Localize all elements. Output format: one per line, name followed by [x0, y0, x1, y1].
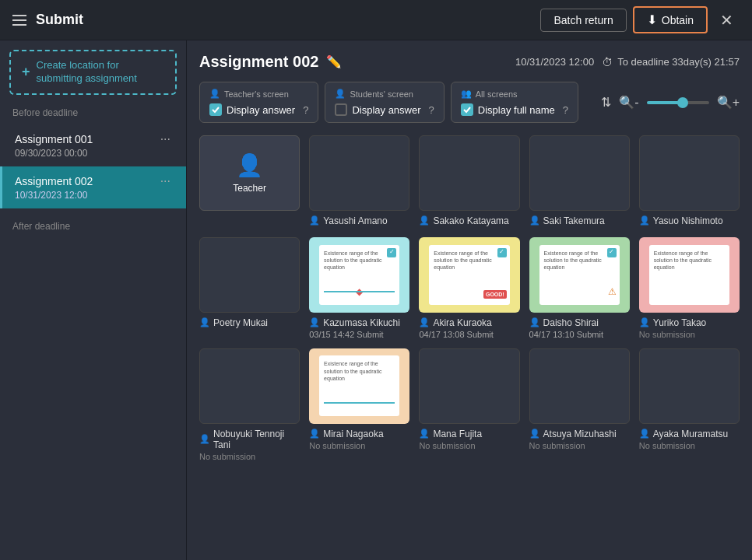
teacher-screen-icon: 👤	[209, 89, 220, 99]
card-student-name: 👤 Yasuo Nishimoto	[639, 215, 740, 226]
card-thumbnail	[419, 348, 519, 424]
submission-card[interactable]: Existence range of the solution to the q…	[529, 237, 630, 339]
person-icon: 👤	[529, 215, 540, 226]
person-icon: 👤	[199, 434, 210, 444]
clock-icon: ⏱	[602, 56, 613, 68]
card-thumbnail: Existence range of the solution to the q…	[309, 348, 409, 424]
submission-card[interactable]: 👤 Yasuo Nishimoto	[639, 135, 740, 228]
card-student-name: 👤 Saki Takemura	[529, 215, 630, 226]
assignment-name: Assignment 001	[15, 133, 93, 145]
menu-button[interactable]	[12, 15, 26, 26]
card-thumbnail	[199, 237, 300, 313]
sidebar: + Create location for submitting assignm…	[0, 40, 187, 560]
card-student-name: 👤 Ayaka Muramatsu	[639, 429, 740, 439]
download-icon: ⬇	[647, 12, 657, 27]
before-deadline-label: Before deadline	[0, 107, 186, 124]
all-display-fullname-checkbox[interactable]	[461, 103, 473, 116]
submission-card[interactable]: Existence range of the solution to the q…	[309, 348, 409, 461]
person-icon: 👤	[309, 317, 320, 327]
card-thumbnail	[529, 135, 630, 211]
zoom-slider[interactable]	[647, 101, 709, 104]
card-student-name: 👤 Atsuya Mizuhashi	[529, 429, 630, 439]
content-header-left: Assignment 002 ✏️	[199, 53, 342, 71]
student-display-answer-label: Display answer	[352, 104, 420, 116]
person-icon: 👤	[639, 317, 650, 327]
submission-card[interactable]: 👤 Saki Takemura	[529, 135, 630, 228]
card-meta: 04/17 13:08 Submit	[419, 330, 519, 339]
assignment-title: Assignment 002	[199, 53, 318, 71]
batch-return-button[interactable]: Batch return	[540, 9, 626, 32]
card-meta: No submission	[309, 441, 409, 450]
submission-card[interactable]: Existence range of the solution to the q…	[419, 237, 519, 339]
person-icon: 👤	[199, 317, 210, 327]
card-student-name: 👤 Sakako Katayama	[419, 215, 519, 226]
submission-doc: Existence range of the solution to the q…	[319, 245, 399, 306]
card-meta: No submission	[419, 441, 519, 450]
submission-card[interactable]: Existence range of the solution to the q…	[639, 237, 740, 339]
student-screen-icon: 👤	[335, 89, 346, 99]
card-student-name: 👤 Kazumasa Kikuchi	[309, 317, 409, 328]
all-screens-title: All screens	[476, 89, 518, 99]
top-bar-right: Batch return ⬇ Obtain ✕	[540, 6, 740, 33]
obtain-label: Obtain	[662, 14, 694, 26]
card-thumbnail: Existence range of the solution to the q…	[639, 237, 740, 313]
submission-card[interactable]: Existence range of the solution to the q…	[309, 237, 409, 339]
student-help-icon[interactable]: ?	[429, 104, 434, 116]
card-student-name: 👤 Poetry Mukai	[199, 317, 300, 328]
assignment-menu-button[interactable]: ···	[157, 132, 174, 146]
teacher-help-icon[interactable]: ?	[303, 104, 308, 116]
card-student-name: 👤 Nobuyuki Tennoji Tani	[199, 429, 300, 450]
zoom-in-button[interactable]: 🔍+	[717, 95, 740, 110]
teacher-card-label: Teacher	[233, 183, 266, 194]
assignment-date-active: 10/31/2023 12:00	[15, 190, 174, 201]
assignment-menu-button-active[interactable]: ···	[157, 174, 174, 188]
person-icon: 👤	[639, 429, 650, 439]
create-location-button[interactable]: + Create location for submitting assignm…	[9, 50, 177, 95]
submission-card[interactable]: 👤 Sakako Katayama	[419, 135, 519, 228]
content-area: Assignment 002 ✏️ 10/31/2023 12:00 ⏱ To …	[187, 40, 752, 560]
edit-icon[interactable]: ✏️	[326, 54, 342, 69]
create-location-label: Create location for submitting assignmen…	[37, 59, 164, 86]
card-meta: 03/15 14:42 Submit	[309, 330, 409, 339]
zoom-out-button[interactable]: 🔍-	[619, 95, 638, 110]
assignment-item-active[interactable]: Assignment 002 ··· 10/31/2023 12:00	[0, 166, 186, 208]
top-bar: Submit Batch return ⬇ Obtain ✕	[0, 0, 752, 40]
card-thumbnail	[419, 135, 519, 211]
student-display-answer-checkbox[interactable]	[335, 103, 347, 116]
card-student-name: 👤 Daisho Shirai	[529, 317, 630, 328]
main-layout: + Create location for submitting assignm…	[0, 40, 752, 560]
submission-card[interactable]: 👤 Nobuyuki Tennoji Tani No submission	[199, 348, 300, 461]
teacher-screen-title: Teacher's screen	[224, 89, 289, 99]
all-screens-help-icon[interactable]: ?	[563, 104, 568, 116]
submission-doc: Existence range of the solution to the q…	[429, 245, 509, 306]
card-student-name: 👤 Yuriko Takao	[639, 317, 740, 328]
card-thumbnail	[639, 348, 740, 424]
controls-row: 👤 Teacher's screen Display answer ? 👤 St…	[199, 82, 740, 123]
submission-card[interactable]: 👤 Mana Fujita No submission	[419, 348, 519, 461]
student-screen-title: Students' screen	[350, 89, 413, 99]
submission-card[interactable]: 👤 Poetry Mukai	[199, 237, 300, 339]
teacher-display-answer-label: Display answer	[227, 104, 295, 116]
teacher-thumb: 👤 Teacher	[199, 135, 300, 211]
submission-card[interactable]: 👤 Atsuya Mizuhashi No submission	[529, 348, 630, 461]
card-student-name: 👤 Akira Kuraoka	[419, 317, 519, 328]
submission-card[interactable]: 👤 Yasushi Amano	[309, 135, 409, 228]
close-button[interactable]: ✕	[714, 8, 740, 33]
card-thumbnail: Existence range of the solution to the q…	[529, 237, 630, 313]
submission-doc: Existence range of the solution to the q…	[319, 355, 399, 416]
card-student-name: 👤 Mana Fujita	[419, 429, 519, 439]
assignment-name-active: Assignment 002	[15, 175, 93, 187]
assignment-date: 09/30/2023 00:00	[15, 148, 174, 159]
deadline-badge: ⏱ To deadline 33day(s) 21:57	[602, 56, 740, 68]
person-icon: 👤	[529, 317, 540, 327]
top-bar-left: Submit	[12, 12, 83, 28]
teacher-display-answer-checkbox[interactable]	[209, 103, 222, 116]
submission-card[interactable]: 👤 Ayaka Muramatsu No submission	[639, 348, 740, 461]
obtain-button[interactable]: ⬇ Obtain	[633, 6, 708, 33]
person-icon: 👤	[309, 215, 320, 226]
sort-button[interactable]: ⇅	[601, 95, 611, 110]
teacher-card[interactable]: 👤 Teacher	[199, 135, 300, 228]
card-student-name: 👤 Mirai Nagaoka	[309, 429, 409, 439]
content-header-right: 10/31/2023 12:00 ⏱ To deadline 33day(s) …	[515, 56, 740, 68]
assignment-item[interactable]: Assignment 001 ··· 09/30/2023 00:00	[0, 124, 186, 166]
